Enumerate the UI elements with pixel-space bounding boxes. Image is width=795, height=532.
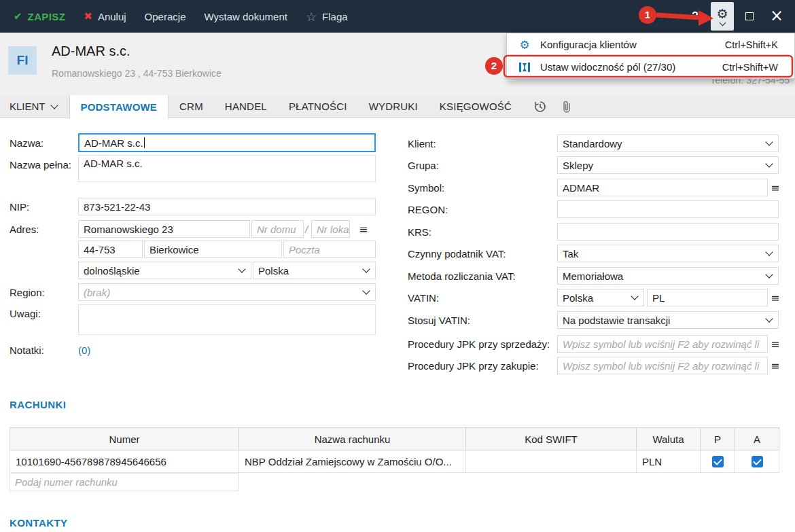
close-icon: × [770,10,783,22]
new-account-input[interactable]: Podaj numer rachunku [10,473,238,491]
nazwa-pelna-label: Nazwa pełna: [10,159,71,171]
nazwa-label: Nazwa: [10,137,43,149]
vatin-kraj-select[interactable]: Polska [557,289,644,306]
flag-button[interactable]: ☆ Flaga [306,10,348,24]
region-value: (brak) [84,287,110,298]
col-waluta: Waluta [637,428,701,450]
page-subtitle: Romanowskiego 23 , 44-753 Bierkowice [52,68,222,79]
settings-gear-button[interactable]: ⚙ [711,2,734,31]
grupa-select[interactable]: Sklepy [557,156,779,174]
notatki-label: Notatki: [10,344,44,356]
checkbox-a[interactable] [752,456,763,467]
regon-label: REGON: [408,204,448,215]
symbol-input[interactable]: ADMAR [557,179,768,196]
vatin-value: PL [652,292,665,304]
jpk-sprzedaz-placeholder: Wpisz symbol lub wciśnij F2 aby rozwinąć… [563,338,759,350]
cancel-button[interactable]: ✖ Anuluj [84,10,126,22]
tab-bar-icons [533,95,573,118]
vatin-menu-icon[interactable]: ≡ [771,289,779,306]
col-kod-swift: Kod SWIFT [466,428,637,450]
klient-context-label: KLIENT [10,101,46,112]
tab-wydruki[interactable]: WYDRUKI [358,95,429,118]
jpk-zakup-input[interactable]: Wpisz symbol lub wciśnij F2 aby rozwinąć… [557,357,768,374]
chevron-down-icon [765,270,773,278]
miasto-value: Bierkowice [149,244,199,255]
ulica-input[interactable]: Romanowskiego 23 [78,220,250,238]
chevron-down-icon [765,315,773,322]
tab-podstawowe[interactable]: PODSTAWOWE [69,95,169,119]
metoda-vat-select[interactable]: Memoriałowa [557,267,779,285]
account-row[interactable]: 10101690-456789878945646656 NBP Oddział … [10,450,779,473]
menu-item-shortcut: Ctrl+Shift+K [725,39,778,50]
czynny-vat-value: Tak [563,248,578,260]
history-icon[interactable] [533,100,547,113]
vatin-input[interactable]: PL [647,289,768,306]
kraj-value: Polska [258,265,289,277]
nazwa-input[interactable]: AD-MAR s.c. [78,133,376,152]
czynny-vat-select[interactable]: Tak [557,245,779,262]
help-button[interactable]: ? [684,3,707,30]
wojewodztwo-select[interactable]: dolnośląskie [78,262,251,279]
tab-platnosci[interactable]: PŁATNOŚCI [278,95,358,118]
jpk-sprzedaz-label: Procedury JPK przy sprzedaży: [408,338,550,350]
menu-item-label: Ustaw widoczność pól (27/30) [540,61,714,73]
adres-menu-icon[interactable]: ≡ [359,220,368,238]
symbol-menu-icon[interactable]: ≡ [771,179,779,196]
klient-label: Klient: [408,138,436,149]
jpk-sprzedaz-input[interactable]: Wpisz symbol lub wciśnij F2 aby rozwinąć… [557,335,768,353]
kraj-select[interactable]: Polska [253,262,376,279]
close-button[interactable]: × [765,3,788,30]
issue-document-button[interactable]: Wystaw dokument [204,11,287,22]
star-icon: ☆ [306,10,317,24]
miasto-input[interactable]: Bierkowice [144,241,282,258]
maximize-button[interactable] [738,3,761,30]
tab-crm[interactable]: CRM [169,95,214,118]
help-icon: ? [692,10,699,22]
krs-input[interactable] [557,223,779,241]
jpk-zakup-menu-icon[interactable]: ≡ [771,357,779,374]
klient-value: Standardowy [563,138,622,149]
gear-icon: ⚙ [517,38,532,52]
operations-button[interactable]: Operacje [145,11,186,22]
nr-lokalu-input[interactable]: Nr lokalu [311,220,350,238]
account-numer: 10101690-456789878945646656 [10,450,239,473]
jpk-sprzedaz-menu-icon[interactable]: ≡ [771,335,779,353]
col-nazwa-rachunku: Nazwa rachunku [239,428,466,450]
ulica-value: Romanowskiego 23 [84,224,173,235]
nazwa-value: AD-MAR s.c. [84,137,143,149]
nazwa-pelna-value: AD-MAR s.c. [84,158,143,169]
chevron-down-icon [238,265,245,272]
tab-handel[interactable]: HANDEL [214,95,278,118]
checkbox-p[interactable] [712,456,724,467]
chevron-down-icon [362,287,370,294]
region-select[interactable]: (brak) [78,283,376,301]
nip-input[interactable]: 873-521-22-43 [78,198,376,215]
kod-pocztowy-input[interactable]: 44-753 [78,241,143,258]
menu-item-ustaw-widocznosc-pol[interactable]: Ustaw widoczność pól (27/30) Ctrl+Shift+… [507,56,794,78]
nr-domu-input[interactable]: Nr domu [251,220,304,238]
save-button[interactable]: ✔ ZAPISZ [14,10,65,22]
nip-value: 873-521-22-43 [84,201,150,213]
klient-select[interactable]: Standardowy [557,135,779,152]
stosuj-vatin-select[interactable]: Na podstawie transakcji [557,311,779,329]
cancel-x-icon: ✖ [84,10,92,22]
nazwa-pelna-input[interactable]: AD-MAR s.c. [78,155,376,182]
klient-context-dropdown[interactable]: KLIENT [0,95,69,118]
uwagi-textarea[interactable] [78,304,376,335]
menu-item-label: Konfiguracja klientów [540,39,717,50]
chevron-down-icon [765,160,773,167]
menu-item-konfiguracja-klientow[interactable]: ⚙ Konfiguracja klientów Ctrl+Shift+K [507,33,794,56]
adres-separator: / [305,224,308,235]
poczta-placeholder: Poczta [289,244,320,255]
tab-label: CRM [179,101,203,112]
chevron-down-icon [765,248,773,255]
adres-label: Adres: [10,224,39,235]
poczta-input[interactable]: Poczta [283,241,376,258]
tab-ksiegowosc[interactable]: KSIĘGOWOŚĆ [429,95,523,118]
nr-domu-placeholder: Nr domu [257,224,296,235]
attachment-paperclip-icon[interactable] [561,100,573,113]
regon-input[interactable] [557,200,779,218]
chevron-down-icon [631,292,638,300]
notatki-link[interactable]: (0) [78,344,90,356]
columns-visibility-icon [517,62,532,73]
